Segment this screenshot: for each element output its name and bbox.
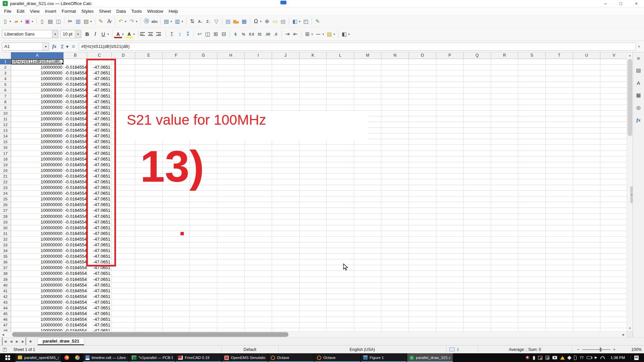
cell-S27[interactable] bbox=[518, 208, 546, 214]
cell-C42[interactable]: -47.0651 bbox=[87, 294, 112, 300]
cell-H5[interactable] bbox=[217, 82, 245, 87]
background-color-dropdown[interactable]: ▾ bbox=[332, 30, 336, 39]
cell-G44[interactable] bbox=[190, 305, 217, 311]
minimize-button[interactable]: – bbox=[598, 0, 613, 7]
column-header-E[interactable]: E bbox=[135, 52, 163, 59]
cell-R39[interactable] bbox=[491, 277, 519, 283]
cell-P17[interactable] bbox=[436, 151, 464, 157]
font-color-dropdown[interactable]: ▾ bbox=[121, 30, 125, 39]
add-sheet-button[interactable]: + bbox=[26, 337, 35, 346]
cell-U20[interactable] bbox=[573, 168, 601, 174]
cell-N3[interactable] bbox=[381, 70, 409, 76]
cell-S22[interactable] bbox=[518, 179, 546, 185]
cell-Q25[interactable] bbox=[464, 196, 491, 202]
cell-E39[interactable] bbox=[135, 277, 163, 283]
cell-O1[interactable] bbox=[409, 59, 436, 65]
cell-N36[interactable] bbox=[381, 259, 409, 265]
cell-A42[interactable]: 100000000 bbox=[11, 294, 64, 300]
column-header-S[interactable]: S bbox=[518, 52, 546, 59]
zoom-in-button[interactable]: + bbox=[613, 347, 616, 352]
cell-M38[interactable] bbox=[354, 271, 382, 277]
cell-J3[interactable] bbox=[272, 70, 300, 76]
cell-H7[interactable] bbox=[217, 94, 245, 99]
cell-A40[interactable]: 100000000 bbox=[11, 283, 64, 288]
cell-I17[interactable] bbox=[245, 151, 272, 157]
cell-V22[interactable] bbox=[600, 179, 627, 185]
cell-M6[interactable] bbox=[354, 87, 382, 93]
column-header-J[interactable]: J bbox=[272, 52, 300, 59]
first-sheet-button[interactable]: ◀ bbox=[2, 337, 8, 346]
cell-R28[interactable] bbox=[491, 214, 519, 220]
cell-T4[interactable] bbox=[546, 76, 573, 82]
cell-I32[interactable] bbox=[245, 237, 272, 242]
cell-J19[interactable] bbox=[272, 162, 300, 168]
cell-B16[interactable]: -0.0164554 bbox=[64, 145, 87, 150]
taskbar-clock[interactable]: 1:38 PM bbox=[608, 356, 628, 360]
cell-G27[interactable] bbox=[190, 208, 217, 214]
cell-H20[interactable] bbox=[217, 168, 245, 174]
cell-A24[interactable]: 100000000 bbox=[11, 191, 64, 196]
menu-file[interactable]: File bbox=[1, 7, 14, 15]
cell-I45[interactable] bbox=[245, 311, 272, 317]
cell-B37[interactable]: -0.0164554 bbox=[64, 265, 87, 271]
cell-P39[interactable] bbox=[436, 277, 464, 283]
cell-B15[interactable]: -0.0164554 bbox=[64, 139, 87, 145]
cell-U32[interactable] bbox=[573, 237, 601, 242]
cell-F7[interactable] bbox=[163, 94, 190, 99]
row-header-46[interactable]: 46 bbox=[0, 317, 11, 322]
cell-G26[interactable] bbox=[190, 202, 217, 208]
cell-J31[interactable] bbox=[272, 231, 300, 237]
cell-S45[interactable] bbox=[518, 311, 546, 317]
row-header-21[interactable]: 21 bbox=[0, 174, 11, 179]
cell-Q13[interactable] bbox=[464, 128, 491, 133]
cell-O14[interactable] bbox=[409, 133, 436, 139]
cell-F47[interactable] bbox=[163, 322, 190, 328]
cell-E3[interactable] bbox=[135, 70, 163, 76]
cell-T7[interactable] bbox=[546, 94, 573, 99]
cell-O10[interactable] bbox=[409, 111, 436, 116]
cell-G38[interactable] bbox=[190, 271, 217, 277]
cell-T35[interactable] bbox=[546, 254, 573, 259]
cell-D40[interactable] bbox=[112, 283, 135, 288]
cell-R21[interactable] bbox=[491, 174, 519, 179]
cell-G29[interactable] bbox=[190, 220, 217, 225]
cell-U5[interactable] bbox=[573, 82, 601, 87]
cell-G5[interactable] bbox=[190, 82, 217, 87]
cell-B10[interactable]: -0.0164554 bbox=[64, 111, 87, 116]
task-calc[interactable]: parallel_draw_S21.cs... bbox=[407, 353, 453, 362]
cell-N7[interactable] bbox=[381, 94, 409, 99]
conditional-formatting-dropdown[interactable]: ▾ bbox=[347, 30, 351, 39]
cell-B24[interactable]: -0.0164554 bbox=[64, 191, 87, 196]
cell-N37[interactable] bbox=[381, 265, 409, 271]
cell-P46[interactable] bbox=[436, 317, 464, 322]
cell-P43[interactable] bbox=[436, 300, 464, 305]
cell-B2[interactable]: -0.0164554 bbox=[64, 65, 87, 70]
sidebar-hide-handle[interactable]: ◂ bbox=[630, 186, 633, 203]
cell-Q19[interactable] bbox=[464, 162, 491, 168]
cell-I34[interactable] bbox=[245, 248, 272, 254]
cell-G32[interactable] bbox=[190, 237, 217, 242]
close-button[interactable]: × bbox=[629, 0, 644, 7]
cell-V45[interactable] bbox=[600, 311, 627, 317]
cell-O13[interactable] bbox=[409, 128, 436, 133]
cell-R31[interactable] bbox=[491, 231, 519, 237]
add-decimal-button[interactable]: .00 bbox=[264, 30, 272, 39]
row-header-42[interactable]: 42 bbox=[0, 294, 11, 300]
start-button[interactable] bbox=[0, 353, 15, 362]
cell-I21[interactable] bbox=[245, 174, 272, 179]
cell-O39[interactable] bbox=[409, 277, 436, 283]
cell-A1[interactable]: #f(Hz)\tS11(dB)\tS21(dB) bbox=[11, 59, 64, 65]
cell-T23[interactable] bbox=[546, 185, 573, 191]
cell-C39[interactable]: -47.0651 bbox=[87, 277, 112, 283]
cell-F29[interactable] bbox=[163, 220, 190, 225]
cell-B25[interactable]: -0.0164554 bbox=[64, 196, 87, 202]
cell-P1[interactable] bbox=[436, 59, 464, 65]
print-preview-button[interactable]: ◫ bbox=[54, 17, 62, 26]
cell-T3[interactable] bbox=[546, 70, 573, 76]
cell-S15[interactable] bbox=[518, 139, 546, 145]
cell-A20[interactable]: 100000000 bbox=[11, 168, 64, 174]
cell-U38[interactable] bbox=[573, 271, 601, 277]
cell-T26[interactable] bbox=[546, 202, 573, 208]
bold-button[interactable]: B bbox=[83, 30, 91, 39]
cell-L41[interactable] bbox=[327, 288, 354, 294]
